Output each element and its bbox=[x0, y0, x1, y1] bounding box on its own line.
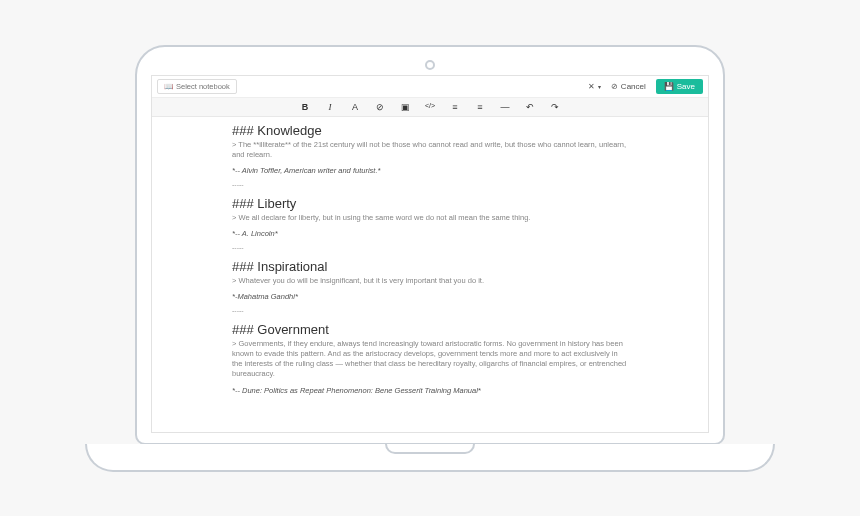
unordered-list-button[interactable]: ≡ bbox=[475, 102, 486, 112]
heading: ### Inspirational bbox=[232, 259, 628, 274]
app-screen: 📖 Select notebook ✕ ▾ ⊘ Cancel 💾 Save bbox=[151, 75, 709, 433]
laptop-base bbox=[85, 444, 775, 472]
undo-button[interactable]: ↶ bbox=[525, 102, 536, 112]
editor-toolbar: B I A ⊘ ▣ </> ≡ ≡ — ↶ ↷ bbox=[152, 98, 708, 117]
notebook-selector[interactable]: 📖 Select notebook bbox=[157, 79, 237, 94]
topbar: 📖 Select notebook ✕ ▾ ⊘ Cancel 💾 Save bbox=[152, 76, 708, 98]
camera-icon bbox=[425, 60, 435, 70]
book-icon: 📖 bbox=[164, 82, 173, 91]
bold-button[interactable]: B bbox=[300, 102, 311, 112]
redo-button[interactable]: ↷ bbox=[550, 102, 561, 112]
expand-icon: ✕ bbox=[588, 82, 595, 91]
chevron-down-icon: ▾ bbox=[598, 83, 601, 90]
heading: ### Liberty bbox=[232, 196, 628, 211]
laptop-frame: 📖 Select notebook ✕ ▾ ⊘ Cancel 💾 Save bbox=[85, 45, 775, 472]
heading: ### Government bbox=[232, 322, 628, 337]
quote-text: > The **illiterate** of the 21st century… bbox=[232, 140, 628, 160]
trackpad-notch bbox=[385, 444, 475, 454]
close-icon: ⊘ bbox=[611, 82, 618, 91]
ordered-list-button[interactable]: ≡ bbox=[450, 102, 461, 112]
heading: ### Knowledge bbox=[232, 123, 628, 138]
section-government: ### Government > Governments, if they en… bbox=[232, 322, 628, 395]
cancel-button[interactable]: ⊘ Cancel bbox=[611, 82, 646, 91]
font-button[interactable]: A bbox=[350, 102, 361, 112]
section-liberty: ### Liberty > We all declare for liberty… bbox=[232, 196, 628, 251]
divider: ----- bbox=[232, 244, 628, 251]
hr-button[interactable]: — bbox=[500, 102, 511, 112]
editor-content[interactable]: ### Knowledge > The **illiterate** of th… bbox=[152, 117, 708, 431]
attribution: *-- A. Lincoln* bbox=[232, 229, 628, 238]
section-inspirational: ### Inspirational > Whatever you do will… bbox=[232, 259, 628, 314]
attribution: *-Mahatma Gandhi* bbox=[232, 292, 628, 301]
image-button[interactable]: ▣ bbox=[400, 102, 411, 112]
code-button[interactable]: </> bbox=[425, 102, 436, 112]
section-knowledge: ### Knowledge > The **illiterate** of th… bbox=[232, 123, 628, 188]
quote-text: > We all declare for liberty, but in usi… bbox=[232, 213, 628, 223]
save-button[interactable]: 💾 Save bbox=[656, 79, 703, 94]
attribution: *-- Alvin Toffler, American writer and f… bbox=[232, 166, 628, 175]
italic-button[interactable]: I bbox=[325, 102, 336, 112]
divider: ----- bbox=[232, 181, 628, 188]
save-icon: 💾 bbox=[664, 82, 674, 91]
link-button[interactable]: ⊘ bbox=[375, 102, 386, 112]
fullscreen-toggle[interactable]: ✕ ▾ bbox=[588, 82, 601, 91]
quote-text: > Governments, if they endure, always te… bbox=[232, 339, 628, 380]
attribution: *-- Dune: Politics as Repeat Phenomenon:… bbox=[232, 386, 628, 395]
divider: ----- bbox=[232, 307, 628, 314]
top-actions: ✕ ▾ ⊘ Cancel 💾 Save bbox=[588, 79, 703, 94]
notebook-placeholder: Select notebook bbox=[176, 82, 230, 91]
quote-text: > Whatever you do will be insignificant,… bbox=[232, 276, 628, 286]
screen-bezel: 📖 Select notebook ✕ ▾ ⊘ Cancel 💾 Save bbox=[135, 45, 725, 445]
